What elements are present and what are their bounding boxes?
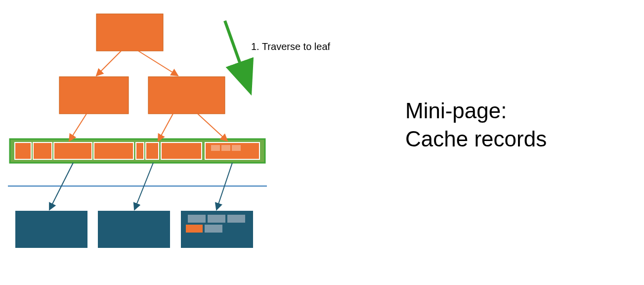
- tree-mid-left-node: [59, 77, 129, 114]
- cache-record: [227, 215, 245, 223]
- title-line-2: Cache records: [405, 127, 547, 151]
- edge-root-to-left: [96, 51, 121, 76]
- leaf-subcell: [211, 145, 220, 151]
- cache-page: [98, 211, 170, 248]
- leaf-subcell: [221, 145, 230, 151]
- edge-mid-right-to-strip-a: [158, 114, 173, 141]
- cache-page: [15, 211, 87, 248]
- leaf-cell: [15, 142, 31, 159]
- edge-mid-left-to-strip: [69, 114, 86, 141]
- traverse-arrow: [225, 21, 250, 90]
- cache-record: [208, 215, 225, 223]
- edge-mid-right-to-strip-b: [198, 114, 227, 141]
- tree-mid-right-node: [148, 77, 225, 114]
- diagram-title: Mini-page: Cache records: [405, 96, 547, 153]
- annotation-traverse: 1. Traverse to leaf: [251, 41, 330, 52]
- leaf-cell: [146, 142, 159, 159]
- cache-record-highlight: [186, 225, 203, 233]
- leaf-cell: [33, 142, 52, 159]
- cache-record: [188, 215, 206, 223]
- leaf-cell: [94, 142, 133, 159]
- cache-record: [205, 225, 222, 233]
- leaf-cell: [161, 142, 202, 159]
- edge-root-to-right: [138, 51, 178, 76]
- leaf-cell: [54, 142, 92, 159]
- leaf-cell: [136, 142, 144, 159]
- tree-root-node: [96, 14, 163, 51]
- title-line-1: Mini-page:: [405, 98, 507, 123]
- leaf-subcell: [232, 145, 241, 151]
